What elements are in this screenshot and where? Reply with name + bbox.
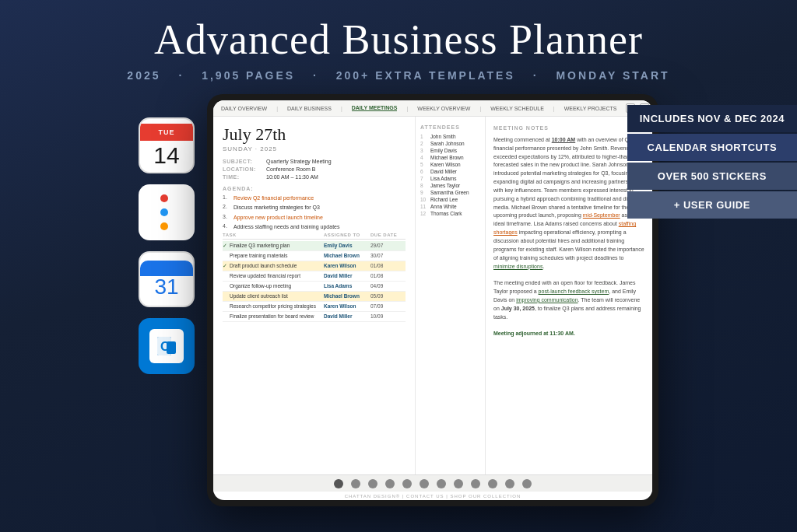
agenda-text-1: Review Q2 financial performance: [233, 194, 314, 201]
time-val: 10:00 AM – 11:30 AM: [266, 174, 318, 180]
tablet-toolbar: [213, 474, 652, 492]
pages: 1,905 PAGES: [202, 69, 295, 82]
templates: 200+ EXTRA TEMPLATES: [336, 69, 515, 82]
due-col-label: DUE DATE: [370, 233, 406, 237]
reminder-row-1: [160, 194, 173, 202]
outlook-app-icon[interactable]: O: [139, 318, 195, 374]
subtitle: 2025 · 1,905 PAGES · 200+ EXTRA TEMPLATE…: [0, 69, 797, 82]
tablet-left-panel: July 27th SUNDAY · 2025 SUBJECT: Quarter…: [213, 117, 416, 474]
notes-content: Meeting commenced at 10:00 AM with an ov…: [493, 136, 644, 338]
tb-icon-3[interactable]: [368, 479, 377, 488]
task-row-3: ✓ Draft product launch schedule Karen Wi…: [223, 261, 406, 271]
tb-icon-4[interactable]: [385, 479, 395, 488]
reminder-row-3: [160, 222, 173, 230]
google-cal-number: 31: [154, 276, 178, 298]
att-5: 5Karen Wilson: [420, 161, 480, 168]
att-2: 2Sarah Johnson: [420, 140, 480, 147]
tb-icon-11[interactable]: [505, 479, 514, 488]
assigned-col-label: ASSIGNED TO: [324, 233, 370, 237]
tb-icon-6[interactable]: [420, 479, 429, 488]
tb-icon-5[interactable]: [402, 479, 412, 488]
notes-label: MEETING NOTES: [493, 124, 644, 133]
agenda-item-2: 2. Discuss marketing strategies for Q3: [223, 204, 406, 211]
tablet-device: DAILY OVERVIEW | DAILY BUSINESS | DAILY …: [207, 94, 658, 506]
date-heading: July 27th: [223, 124, 406, 145]
time-row: TIME: 10:00 AM – 11:30 AM: [223, 174, 406, 180]
task-row-4: ✓ Review updated financial report David …: [223, 271, 406, 282]
nav-daily-meetings[interactable]: DAILY MEETINGS: [352, 105, 398, 111]
task-row-1: ✓ Finalize Q3 marketing plan Emily Davis…: [223, 241, 406, 251]
agenda-item-4: 4. Address staffing needs and training u…: [223, 223, 406, 230]
location-val: Conference Room B: [266, 166, 315, 172]
tablet-main-content: July 27th SUNDAY · 2025 SUBJECT: Quarter…: [213, 117, 652, 474]
agenda-text-2: Discuss marketing strategies for Q3: [233, 204, 320, 211]
task-row-7: ✓ Research competitor pricing strategies…: [223, 302, 406, 312]
task-row-6: ✓ Update client outreach list Michael Br…: [223, 292, 406, 302]
nav-weekly-projects[interactable]: WEEKLY PROJECTS: [564, 106, 617, 111]
task-row-8: ✓ Finalize presentation for board review…: [223, 312, 406, 322]
header: Advanced Business Planner 2025 · 1,905 P…: [0, 0, 797, 82]
task-row-2: ✓ Prepare training materials Michael Bro…: [223, 251, 406, 261]
day-start: MONDAY START: [556, 69, 669, 82]
nav-weekly-overview[interactable]: WEEKLY OVERVIEW: [417, 106, 470, 111]
badge-nov-dec[interactable]: INCLUDES NOV & DEC 2024: [627, 105, 797, 132]
content-area: TUE 14 31: [0, 82, 797, 506]
reminder-row-2: [160, 208, 173, 216]
left-icons: TUE 14 31: [139, 94, 195, 374]
att-4: 4Michael Brown: [420, 154, 480, 161]
tb-icon-8[interactable]: [454, 479, 463, 488]
att-10: 10Richard Lee: [420, 196, 480, 203]
att-8: 8James Taylor: [420, 182, 480, 189]
agenda-label: AGENDA:: [223, 186, 406, 191]
task-col-label: TASK: [223, 233, 324, 237]
att-1: 1John Smith: [420, 133, 480, 140]
nav-daily-business[interactable]: DAILY BUSINESS: [287, 106, 332, 111]
location-label: LOCATION:: [223, 166, 262, 172]
att-6: 6David Miller: [420, 168, 480, 175]
tb-icon-2[interactable]: [351, 479, 360, 488]
tb-icon-1[interactable]: [334, 479, 343, 488]
badge-stickers[interactable]: OVER 500 STICKERS: [627, 163, 797, 190]
badge-calendar-shortcuts[interactable]: CALENDAR SHORTCUTS: [627, 134, 797, 161]
agenda-item-3: 3. Approve new product launch timeline: [223, 214, 406, 221]
att-11: 11Anna White: [420, 203, 480, 210]
agenda-text-3: Approve new product launch timeline: [233, 214, 323, 221]
tb-icon-12[interactable]: [522, 479, 532, 488]
tablet-screen: DAILY OVERVIEW | DAILY BUSINESS | DAILY …: [213, 100, 652, 500]
tb-icon-7[interactable]: [437, 479, 446, 488]
subject-label: SUBJECT:: [223, 159, 262, 164]
tb-icon-10[interactable]: [488, 479, 497, 488]
sep2: ·: [313, 69, 324, 82]
date-sub: SUNDAY · 2025: [223, 145, 406, 152]
tablet-footer: CHATTAN DESIGN® | CONTACT US | SHOP OUR …: [213, 492, 652, 500]
reminders-app-icon[interactable]: [139, 184, 195, 240]
feature-badges: INCLUDES NOV & DEC 2024 CALENDAR SHORTCU…: [627, 105, 797, 219]
main-title: Advanced Business Planner: [0, 17, 797, 63]
time-label: TIME:: [223, 174, 262, 180]
task-row-5: ✓ Organize follow-up meeting Lisa Adams …: [223, 282, 406, 292]
nav-weekly-schedule[interactable]: WEEKLY SCHEDULE: [490, 106, 544, 111]
att-7: 7Lisa Adams: [420, 175, 480, 182]
nav-daily-overview[interactable]: DAILY OVERVIEW: [221, 106, 267, 111]
rem-dot-blue: [160, 208, 168, 216]
year: 2025: [127, 69, 160, 82]
tablet-nav[interactable]: DAILY OVERVIEW | DAILY BUSINESS | DAILY …: [213, 100, 652, 117]
subject-row: SUBJECT: Quarterly Strategy Meeting: [223, 159, 406, 164]
tb-icon-9[interactable]: [471, 479, 480, 488]
agenda-item-1: 1. Review Q2 financial performance: [223, 194, 406, 201]
attendees-column: ATTENDEES 1John Smith 2Sarah Johnson 3Em…: [416, 117, 486, 474]
subject-val: Quarterly Strategy Meeting: [266, 159, 332, 164]
att-3: 3Emily Davis: [420, 147, 480, 154]
sep1: ·: [178, 69, 189, 82]
google-cal-top: [140, 261, 193, 276]
svg-rect-3: [167, 341, 176, 354]
calendar-app-icon[interactable]: TUE 14: [139, 117, 195, 173]
calendar-day-number: 14: [153, 144, 179, 167]
badge-user-guide[interactable]: + USER GUIDE: [627, 191, 797, 219]
rem-dot-red: [160, 194, 168, 202]
tasks-header: TASK ASSIGNED TO DUE DATE: [223, 233, 406, 240]
google-calendar-icon[interactable]: 31: [139, 251, 195, 307]
agenda-text-4: Address staffing needs and training upda…: [233, 223, 339, 230]
calendar-day-label: TUE: [140, 124, 193, 141]
rem-dot-orange: [160, 222, 168, 230]
